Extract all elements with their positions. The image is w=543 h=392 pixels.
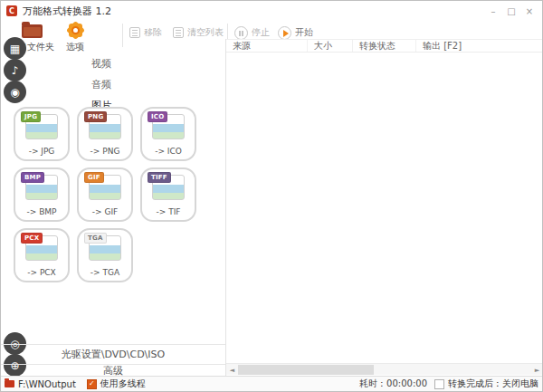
format-label: -> BMP — [15, 207, 68, 216]
format-tile-jpg[interactable]: JPG -> JPG — [14, 107, 70, 161]
column-header-source[interactable]: 来源 — [226, 40, 308, 52]
stop-icon — [234, 26, 248, 40]
app-window: C 万能格式转换器 1.2 – □ × 输出文件夹 选项 移除 清空列表 停止 … — [0, 0, 543, 392]
column-header-size[interactable]: 大小 — [308, 40, 353, 52]
format-badge: TIFF — [148, 172, 171, 183]
photo-icon: GIF — [89, 175, 121, 200]
format-label: -> PCX — [15, 268, 68, 277]
format-tile-png[interactable]: PNG -> PNG — [77, 107, 133, 161]
format-label: -> TIF — [142, 207, 195, 216]
multithread-checkbox[interactable]: ✓ — [87, 379, 97, 389]
clear-list-label: 清空列表 — [187, 26, 224, 39]
shutdown-checkbox[interactable] — [434, 379, 444, 389]
photo-icon: JPG — [25, 114, 58, 139]
sidebar-video-button[interactable]: ▦ — [4, 37, 26, 60]
format-badge: JPG — [21, 111, 41, 122]
format-tile-pcx[interactable]: PCX -> PCX — [14, 228, 70, 282]
sidebar-image-button[interactable]: ◉ — [4, 81, 26, 103]
close-button[interactable]: × — [520, 1, 538, 21]
sidebar-audio-button[interactable]: ♪ — [4, 59, 26, 81]
file-table-header: 来源 大小 转换状态 输出 [F2] — [226, 39, 543, 53]
format-badge: TGA — [84, 233, 107, 244]
format-tile-tif[interactable]: TIFF -> TIF — [140, 167, 196, 222]
remove-label: 移除 — [144, 26, 162, 39]
format-label: -> TGA — [79, 268, 131, 277]
format-badge: PCX — [21, 233, 43, 244]
column-header-output[interactable]: 输出 [F2] — [416, 40, 543, 52]
elapsed-time-text: 耗时：00:00:00 — [359, 378, 427, 390]
photo-icon: ICO — [152, 114, 185, 139]
clear-list-button[interactable]: 清空列表 — [173, 24, 224, 41]
format-label: -> GIF — [79, 207, 131, 216]
camera-icon: ◉ — [10, 86, 19, 99]
format-tile-ico[interactable]: ICO -> ICO — [140, 107, 196, 161]
music-note-icon: ♪ — [12, 64, 19, 77]
format-badge: ICO — [148, 111, 167, 122]
scroll-left-button[interactable]: ◄ — [226, 364, 238, 376]
photo-icon: PCX — [25, 235, 58, 261]
toolbar-separator — [122, 24, 123, 47]
photo-icon: PNG — [89, 114, 121, 139]
app-logo-icon: C — [6, 5, 17, 16]
shutdown-label: 转换完成后：关闭电脑 — [448, 378, 538, 390]
options-button[interactable]: 选项 — [57, 22, 93, 53]
photo-icon: TIFF — [152, 175, 185, 200]
window-title: 万能格式转换器 1.2 — [23, 5, 111, 18]
gear-icon — [67, 22, 84, 39]
remove-button[interactable]: 移除 — [129, 24, 162, 41]
output-path-text: F:\WNOutput — [18, 379, 76, 389]
format-label: -> JPG — [15, 147, 68, 156]
options-label: 选项 — [66, 41, 84, 53]
remove-icon — [129, 27, 140, 38]
folder-icon — [22, 24, 43, 38]
start-label: 开始 — [295, 26, 313, 39]
horizontal-scrollbar: ◄ ► — [226, 363, 543, 375]
format-tile-tga[interactable]: TGA -> TGA — [77, 228, 133, 282]
maximize-button[interactable]: □ — [502, 1, 520, 21]
statusbar: F:\WNOutput ✓ 使用多线程 耗时：00:00:00 转换完成后：关闭… — [1, 376, 542, 391]
tab-audio[interactable]: 音频 — [37, 78, 111, 91]
format-label: -> PNG — [79, 147, 131, 156]
optical-settings-button[interactable]: 光驱设置\DVD\CD\ISO — [1, 344, 225, 364]
format-badge: BMP — [21, 172, 44, 183]
format-tile-gif[interactable]: GIF -> GIF — [77, 167, 133, 222]
tab-video[interactable]: 视频 — [37, 57, 111, 71]
stop-label: 停止 — [252, 26, 270, 39]
scroll-right-button[interactable]: ► — [531, 364, 543, 376]
scrollbar-thumb[interactable] — [238, 365, 374, 375]
file-table-body — [226, 53, 543, 363]
multithread-label: 使用多线程 — [100, 378, 146, 390]
output-path-folder-icon — [5, 380, 14, 387]
titlebar: C 万能格式转换器 1.2 – □ × — [1, 1, 542, 21]
format-tile-bmp[interactable]: BMP -> BMP — [14, 167, 70, 222]
clear-list-icon — [173, 27, 184, 38]
column-header-status[interactable]: 转换状态 — [353, 40, 416, 52]
format-badge: GIF — [84, 172, 104, 183]
minimize-button[interactable]: – — [484, 1, 502, 21]
format-badge: PNG — [84, 111, 107, 122]
photo-icon: BMP — [25, 175, 58, 200]
play-icon — [278, 26, 291, 40]
film-icon: ▦ — [10, 43, 20, 55]
window-controls: – □ × — [484, 1, 538, 21]
statusbar-right-group: 耗时：00:00:00 转换完成后：关闭电脑 — [359, 378, 538, 390]
photo-icon: TGA — [89, 235, 121, 261]
format-label: -> ICO — [142, 147, 195, 156]
